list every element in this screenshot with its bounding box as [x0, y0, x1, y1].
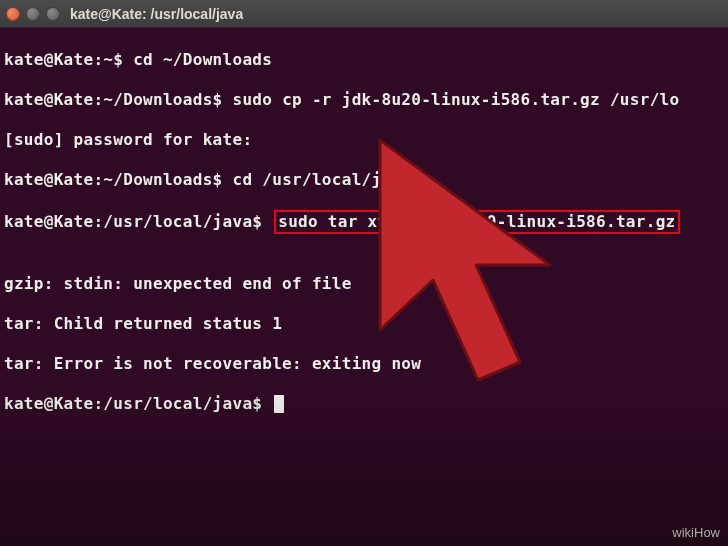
terminal-line: kate@Kate:/usr/local/java$ [4, 394, 724, 414]
command-text: sudo cp -r jdk-8u20-linux-i586.tar.gz /u… [232, 90, 679, 109]
prompt: kate@Kate:/usr/local/java$ [4, 394, 272, 413]
output-text: tar: Error is not recoverable: exiting n… [4, 354, 421, 373]
command-text: sudo tar xvzf jdk-8u20-linux-i586.tar.gz [278, 212, 675, 231]
command-text: cd /usr/local/java [232, 170, 411, 189]
terminal-line: kate@Kate:~$ cd ~/Downloads [4, 50, 724, 70]
prompt: kate@Kate:~/Downloads$ [4, 90, 232, 109]
window-controls [6, 7, 60, 21]
highlighted-command: sudo tar xvzf jdk-8u20-linux-i586.tar.gz [274, 210, 679, 234]
terminal-line: gzip: stdin: unexpected end of file [4, 274, 724, 294]
prompt: kate@Kate:~/Downloads$ [4, 170, 232, 189]
terminal-line: kate@Kate:/usr/local/java$ sudo tar xvzf… [4, 210, 724, 234]
terminal-line: kate@Kate:~/Downloads$ sudo cp -r jdk-8u… [4, 90, 724, 110]
terminal-line: tar: Child returned status 1 [4, 314, 724, 334]
output-text: [sudo] password for kate: [4, 130, 252, 149]
watermark-text: wikiHow [672, 525, 720, 540]
minimize-icon[interactable] [26, 7, 40, 21]
output-text: tar: Child returned status 1 [4, 314, 282, 333]
window-title: kate@Kate: /usr/local/java [70, 6, 243, 22]
terminal-line: kate@Kate:~/Downloads$ cd /usr/local/jav… [4, 170, 724, 190]
prompt: kate@Kate:/usr/local/java$ [4, 212, 262, 231]
command-text: cd ~/Downloads [133, 50, 272, 69]
close-icon[interactable] [6, 7, 20, 21]
window-titlebar: kate@Kate: /usr/local/java [0, 0, 728, 28]
maximize-icon[interactable] [46, 7, 60, 21]
terminal-line: [sudo] password for kate: [4, 130, 724, 150]
prompt: kate@Kate:~$ [4, 50, 133, 69]
output-text: gzip: stdin: unexpected end of file [4, 274, 352, 293]
terminal-output[interactable]: kate@Kate:~$ cd ~/Downloads kate@Kate:~/… [0, 28, 728, 436]
terminal-line: tar: Error is not recoverable: exiting n… [4, 354, 724, 374]
cursor-icon [274, 395, 284, 413]
